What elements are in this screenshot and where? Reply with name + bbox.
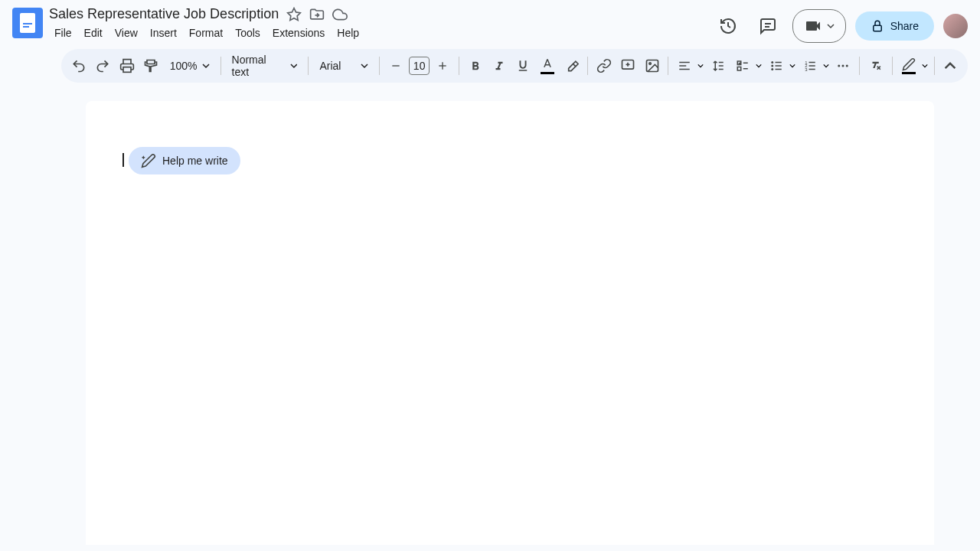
star-icon[interactable] — [286, 7, 302, 22]
insert-image-button[interactable] — [641, 54, 663, 77]
menu-extensions[interactable]: Extensions — [267, 24, 330, 42]
svg-point-12 — [648, 63, 651, 65]
menu-insert[interactable]: Insert — [145, 24, 182, 42]
share-button[interactable]: Share — [855, 11, 934, 41]
add-comment-button[interactable] — [616, 54, 639, 77]
document-canvas[interactable]: Help me write — [86, 101, 934, 545]
user-avatar[interactable] — [943, 14, 968, 38]
print-button[interactable] — [116, 54, 138, 77]
font-select[interactable]: Arial — [313, 54, 374, 77]
move-folder-icon[interactable] — [309, 7, 325, 22]
increase-font-size-button[interactable] — [431, 54, 453, 77]
svg-rect-4 — [123, 67, 131, 73]
separator — [379, 57, 380, 75]
menu-tools[interactable]: Tools — [230, 24, 266, 42]
svg-point-36 — [842, 65, 844, 67]
separator — [859, 57, 860, 75]
cloud-status-icon[interactable] — [332, 7, 348, 22]
docs-app-icon[interactable] — [12, 8, 43, 38]
lock-icon — [871, 19, 884, 33]
highlight-color-button[interactable] — [560, 54, 583, 77]
zoom-value: 100% — [170, 60, 198, 72]
paragraph-style-select[interactable]: Normal text — [226, 54, 304, 77]
svg-rect-34 — [808, 69, 815, 70]
redo-button[interactable] — [91, 54, 113, 77]
help-me-write-chip[interactable]: Help me write — [129, 147, 240, 174]
numbered-list-dropdown[interactable] — [822, 54, 831, 77]
insert-link-button[interactable] — [593, 54, 615, 77]
menu-bar: File Edit View Insert Format Tools Exten… — [49, 24, 713, 42]
svg-rect-28 — [775, 69, 781, 70]
numbered-list-button[interactable]: 123 — [799, 54, 822, 77]
chevron-down-icon — [361, 62, 368, 70]
separator — [308, 57, 309, 75]
menu-format[interactable]: Format — [184, 24, 228, 42]
clear-formatting-button[interactable] — [864, 54, 887, 77]
svg-rect-27 — [775, 65, 781, 67]
chevron-down-icon — [827, 22, 835, 30]
svg-rect-3 — [873, 25, 881, 31]
zoom-select[interactable]: 100% — [164, 54, 216, 77]
checklist-dropdown[interactable] — [754, 54, 763, 77]
svg-point-24 — [771, 65, 773, 67]
checklist-button[interactable] — [731, 54, 754, 77]
decrease-font-size-button[interactable] — [384, 54, 407, 77]
separator — [668, 57, 668, 75]
toolbar: 100% Normal text Arial 10 — [61, 49, 968, 83]
paint-format-button[interactable] — [139, 54, 162, 77]
pencil-sparkle-icon — [141, 153, 156, 168]
collapse-toolbar-button[interactable] — [939, 54, 962, 77]
text-cursor — [122, 153, 124, 167]
svg-rect-33 — [808, 65, 815, 67]
font-value: Arial — [319, 60, 341, 72]
svg-point-25 — [771, 68, 773, 70]
align-dropdown[interactable] — [696, 54, 705, 77]
undo-button[interactable] — [67, 54, 90, 77]
history-button[interactable] — [713, 11, 743, 41]
align-button[interactable] — [673, 54, 696, 77]
font-size-value: 10 — [413, 60, 426, 72]
text-color-button[interactable] — [536, 54, 558, 77]
menu-view[interactable]: View — [109, 24, 143, 42]
bold-button[interactable] — [464, 54, 486, 77]
editing-mode-button[interactable] — [897, 54, 920, 77]
menu-help[interactable]: Help — [332, 24, 364, 42]
menu-file[interactable]: File — [49, 24, 77, 42]
svg-marker-0 — [288, 8, 301, 20]
font-size-input[interactable]: 10 — [409, 57, 430, 75]
separator — [934, 57, 935, 75]
chevron-down-icon — [202, 62, 210, 70]
separator — [459, 57, 459, 75]
video-camera-icon — [804, 17, 822, 35]
separator — [892, 57, 893, 75]
style-value: Normal text — [232, 54, 286, 78]
chevron-down-icon — [290, 62, 298, 70]
italic-button[interactable] — [488, 54, 510, 77]
bulleted-list-button[interactable] — [765, 54, 788, 77]
menu-edit[interactable]: Edit — [79, 24, 108, 42]
help-write-label: Help me write — [162, 155, 228, 167]
editing-mode-dropdown[interactable] — [920, 54, 929, 77]
meet-button[interactable] — [792, 9, 846, 43]
svg-rect-21 — [737, 67, 741, 71]
underline-button[interactable] — [512, 54, 534, 77]
svg-text:3: 3 — [805, 67, 808, 72]
separator — [220, 57, 221, 75]
share-label: Share — [890, 20, 919, 32]
svg-rect-32 — [808, 62, 815, 64]
svg-point-23 — [771, 61, 773, 64]
separator — [587, 57, 588, 75]
document-title[interactable]: Sales Representative Job Description — [49, 6, 279, 22]
svg-rect-26 — [775, 62, 781, 64]
bulleted-list-dropdown[interactable] — [788, 54, 797, 77]
more-options-button[interactable] — [832, 54, 854, 77]
comments-button[interactable] — [753, 11, 783, 41]
svg-point-35 — [838, 65, 841, 67]
svg-point-37 — [846, 65, 848, 67]
line-spacing-button[interactable] — [707, 54, 729, 77]
